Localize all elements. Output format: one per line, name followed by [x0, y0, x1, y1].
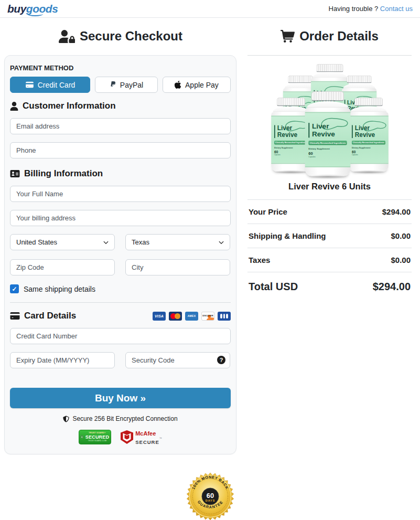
state-select[interactable]: Texas — [125, 234, 230, 250]
bottle-sub: Dietary Supplement — [308, 147, 347, 150]
price-row-value: $0.00 — [391, 256, 411, 264]
buygoods-logo[interactable]: buygoods — [7, 3, 58, 14]
main-content: Secure Checkout PAYMENT METHOD Credit Ca… — [0, 18, 420, 454]
secure-checkout-heading: Secure Checkout — [0, 29, 241, 44]
mcafee-texts: McAfee SECURE™ — [135, 429, 162, 445]
price-row-label: Your Price — [249, 207, 287, 216]
customer-information-heading: Customer Information — [10, 101, 231, 111]
price-row-label: Shipping & Handling — [249, 231, 326, 240]
logo-text-buy: buy — [7, 3, 26, 15]
help-text: Having trouble ? — [329, 5, 379, 13]
help-area: Having trouble ? Contact us — [329, 5, 413, 13]
guarantee-badge: 100% MONEY BACK GUARANTEE 60 DAYS — [0, 472, 420, 520]
badge-days-number: 60 — [206, 492, 213, 500]
amex-label: AMEX — [188, 314, 196, 317]
mcafee-line2: SECURE — [135, 439, 159, 445]
apple-pay-method-button[interactable]: Apple Pay — [163, 77, 231, 93]
credit-card-method-label: Credit Card — [38, 81, 76, 89]
mastercard-icon — [169, 312, 182, 321]
buy-now-button[interactable]: Buy Now » — [10, 388, 231, 408]
apple-icon — [175, 81, 181, 89]
secure-checkout-title: Secure Checkout — [80, 29, 182, 44]
contact-us-link[interactable]: Contact us — [380, 5, 413, 13]
security-code-wrap: ? — [125, 352, 230, 368]
billing-information-heading: Billing Information — [10, 168, 231, 179]
price-row-label: Taxes — [249, 256, 270, 264]
price-row-value: $0.00 — [391, 231, 411, 240]
money-back-badge-image: 100% MONEY BACK GUARANTEE 60 DAYS — [186, 472, 234, 520]
security-code-field[interactable] — [125, 352, 230, 368]
expiry-security-row: ? — [10, 352, 231, 368]
card-details-header: Card Details VISA AMEX DISCOVER — [10, 311, 231, 321]
city-field[interactable] — [125, 259, 230, 275]
bottle-band: Clinically Researched Ingredients — [352, 141, 385, 144]
trust-guard-texts: TRUST GUARD® SECURED TRUSTGUARD.COM — [85, 432, 109, 442]
credit-card-method-button[interactable]: Credit Card — [10, 77, 90, 93]
email-field[interactable] — [10, 118, 231, 134]
bottle-band: Clinically Researched Ingredients — [308, 141, 347, 145]
bottle-brand-line2: Revive — [311, 130, 335, 137]
expiry-date-field[interactable] — [10, 352, 115, 368]
trust-guard-seal[interactable]: TRUST GUARD® SECURED TRUSTGUARD.COM — [79, 430, 111, 444]
bottle-brand-line2: Revive — [354, 131, 374, 138]
amex-icon: AMEX — [185, 312, 198, 321]
card-brand-icons: VISA AMEX DISCOVER — [153, 312, 231, 321]
visa-icon: VISA — [153, 312, 166, 321]
zip-code-field[interactable] — [10, 259, 115, 275]
checkout-panel: PAYMENT METHOD Credit Card PayPal Apple … — [4, 55, 236, 454]
cart-icon — [281, 30, 295, 43]
phone-field[interactable] — [10, 142, 231, 158]
credit-card-icon — [25, 81, 34, 88]
section-divider — [10, 302, 231, 303]
billing-address-field[interactable] — [10, 210, 231, 226]
order-details-title: Order Details — [299, 29, 379, 44]
state-select-value: Texas — [132, 238, 149, 246]
visa-label: VISA — [155, 314, 164, 318]
same-shipping-label: Same shipping details — [24, 285, 95, 293]
paypal-method-button[interactable]: PayPal — [95, 77, 158, 93]
product-bottle: LiverRevive Clinically Researched Ingred… — [305, 91, 350, 176]
bottle-brand-line2: Revive — [277, 131, 297, 138]
secure-connection-text: Secure 256 Bit Encrypted Connection — [72, 415, 177, 422]
bottle-brand-line1: Liver — [311, 122, 329, 130]
secure-connection-note: Secure 256 Bit Encrypted Connection — [10, 415, 231, 422]
badge-days-label: DAYS — [205, 499, 215, 502]
apple-pay-method-label: Apple Pay — [185, 81, 219, 89]
mcafee-shield-icon — [121, 430, 133, 444]
security-code-help-icon[interactable]: ? — [217, 356, 225, 364]
payment-method-buttons: Credit Card PayPal Apple Pay — [10, 77, 231, 93]
country-select[interactable]: United States — [10, 234, 115, 250]
same-shipping-row: ✓ Same shipping details — [10, 284, 231, 293]
zip-city-row — [10, 259, 231, 275]
price-row: Taxes $0.00 — [247, 248, 412, 272]
order-column: Order Details LiverRevive Clinically Res… — [241, 18, 420, 293]
total-value: $294.00 — [373, 281, 411, 293]
user-lock-icon — [59, 30, 75, 43]
bottle-count-unit: Capsules — [352, 154, 385, 155]
total-row: Total USD $294.00 — [247, 272, 412, 293]
full-name-field[interactable] — [10, 186, 231, 202]
credit-card-icon — [10, 312, 20, 320]
bottle-sub: Dietary Supplement — [274, 146, 308, 148]
mcafee-line1: McAfee — [135, 430, 156, 437]
customer-information-title: Customer Information — [23, 101, 116, 111]
bottle-sub: Dietary Supplement — [352, 146, 385, 148]
mcafee-secure-seal[interactable]: McAfee SECURE™ — [121, 429, 162, 445]
shield-icon — [63, 416, 69, 422]
card-details-title: Card Details — [24, 311, 76, 321]
paypal-method-label: PayPal — [120, 81, 143, 89]
card-number-field[interactable] — [10, 328, 231, 344]
header: buygoods Having trouble ? Contact us — [0, 0, 420, 18]
order-details-heading: Order Details — [247, 29, 412, 44]
bottle-count-unit: Capsules — [274, 154, 308, 155]
trust-guard-line3: TRUSTGUARD.COM — [88, 440, 107, 442]
product-bottle: LiverRevive Clinically Researched Ingred… — [349, 98, 388, 172]
jcb-icon — [218, 312, 231, 321]
billing-information-title: Billing Information — [24, 168, 103, 179]
same-shipping-checkbox[interactable]: ✓ — [10, 284, 19, 293]
price-row-value: $294.00 — [382, 207, 411, 216]
discover-label: DISCOVER — [202, 315, 213, 317]
trust-seals: TRUST GUARD® SECURED TRUSTGUARD.COM McAf… — [10, 429, 231, 445]
address-card-icon — [10, 169, 20, 178]
lock-shield-icon — [80, 432, 84, 442]
